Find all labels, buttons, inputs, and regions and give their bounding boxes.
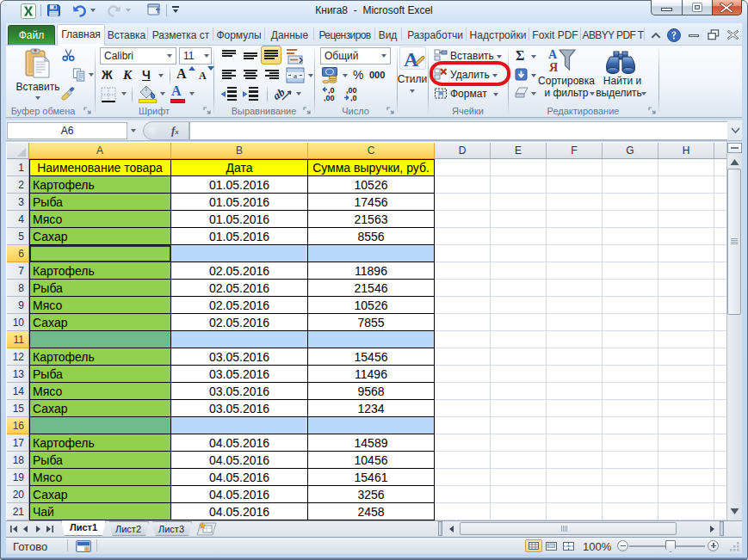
svg-text:А: А xyxy=(548,48,558,61)
svg-text:,00: ,00 xyxy=(324,94,335,102)
svg-text:a: a xyxy=(294,71,297,80)
svg-text:Я: Я xyxy=(549,61,558,73)
svg-text:,0: ,0 xyxy=(350,94,357,102)
svg-text:A: A xyxy=(404,48,419,70)
svg-text:Файл: Файл xyxy=(19,29,45,41)
svg-text:ab: ab xyxy=(274,86,287,102)
